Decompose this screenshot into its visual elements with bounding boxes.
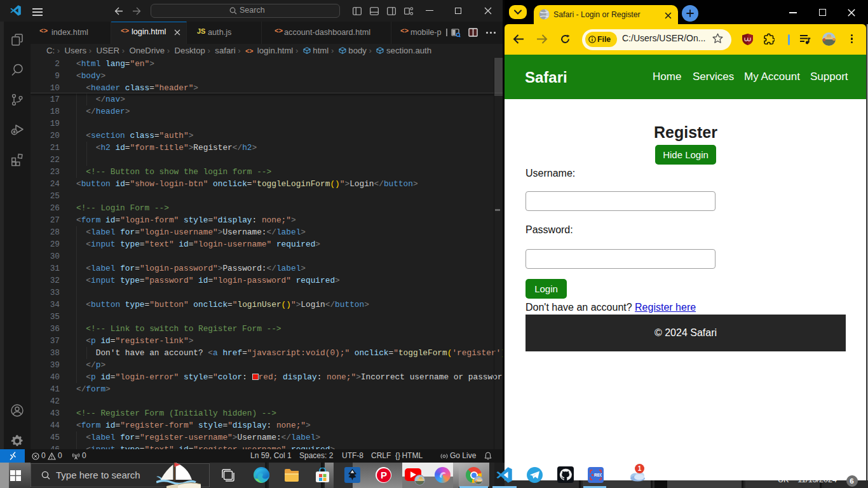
svg-text:REC: REC [594,473,602,477]
